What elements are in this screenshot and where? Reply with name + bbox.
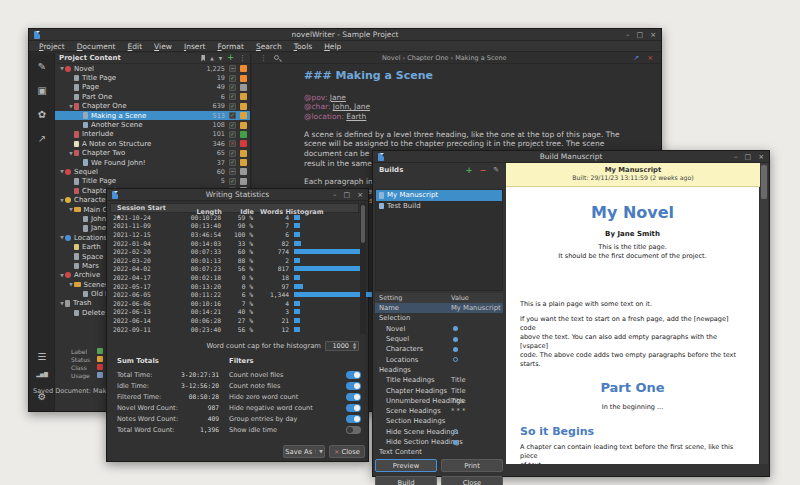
stats-row[interactable]: 2022-04-1700:02:180 %18 xyxy=(110,273,359,282)
edit-build-icon[interactable]: ✎ xyxy=(493,166,499,174)
tree-item-we-found-john[interactable]: We Found John!37✓ xyxy=(55,158,250,167)
grip-dots-icon[interactable]: ⋮ xyxy=(260,54,267,62)
close-icon[interactable]: × xyxy=(650,29,656,41)
maximize-icon[interactable]: □ xyxy=(344,189,351,201)
maximize-icon[interactable]: □ xyxy=(745,151,752,163)
stats-row[interactable]: 2022-06-0500:11:226 %1,344 xyxy=(110,290,359,299)
print-button[interactable]: Print xyxy=(441,459,503,472)
add-build-icon[interactable]: + xyxy=(466,166,473,175)
stats-row[interactable]: 2022-03-2000:01:1388 %2 xyxy=(110,256,359,265)
spinner-arrows-icon[interactable]: ▲▼ xyxy=(351,342,358,350)
tree-item-novel[interactable]: ▼Novel1,225− xyxy=(55,64,250,73)
stats-row[interactable]: 2021-12-1503:46:54100 %6 xyxy=(110,230,359,239)
setting-row-chapter-headings[interactable]: Chapter HeadingsTitle xyxy=(375,385,503,395)
tree-item-sequel[interactable]: ▼Sequel60− xyxy=(55,167,250,176)
stats-titlebar[interactable]: Writing Statistics – □ × xyxy=(107,189,368,201)
minimize-icon[interactable]: – xyxy=(626,29,630,41)
include-checkbox[interactable]: − xyxy=(229,65,236,72)
preview-button[interactable]: Preview xyxy=(375,459,437,472)
include-checkbox[interactable]: ✓ xyxy=(229,75,236,82)
setting-row-locations[interactable]: Locations xyxy=(375,354,503,364)
stats-row[interactable]: 2022-02-2000:07:3360 %774 xyxy=(110,247,359,256)
tree-item-part-one[interactable]: Part One6✓ xyxy=(55,92,250,101)
setting-row-hide-scene-headings[interactable]: Hide Scene Headings xyxy=(375,427,503,437)
novel-view-icon[interactable]: ✿ xyxy=(29,109,55,120)
include-checkbox[interactable]: × xyxy=(229,140,236,147)
remove-build-icon[interactable]: − xyxy=(479,166,486,175)
toggle-show-idle-time[interactable] xyxy=(346,426,361,434)
setting-row-headings[interactable]: Headings xyxy=(375,365,503,375)
setting-row-hide-section-headings[interactable]: Hide Section Headings xyxy=(375,437,503,447)
save-as-button[interactable]: Save As▼ xyxy=(283,445,325,458)
expand-editor-icon[interactable]: ↗ xyxy=(633,53,639,64)
stats-row[interactable]: 2021-11-0900:13:4090 %7 xyxy=(110,222,359,231)
stats-row[interactable]: 2022-06-0600:10:167 %4 xyxy=(110,299,359,308)
setting-row-sequel[interactable]: Sequel xyxy=(375,334,503,344)
tree-item-making-a-scene[interactable]: Making a Scene513✓ xyxy=(55,111,250,120)
menu-project[interactable]: Project xyxy=(33,41,71,52)
menu-search[interactable]: Search xyxy=(250,41,288,52)
include-checkbox[interactable]: ✓ xyxy=(229,93,236,100)
tree-item-page[interactable]: Page49✓ xyxy=(55,83,250,92)
menu-edit[interactable]: Edit xyxy=(122,41,149,52)
setting-row-name[interactable]: NameMy Manuscript xyxy=(375,303,503,313)
toggle-hide-negative-word-count[interactable] xyxy=(346,404,361,412)
stats-row[interactable]: 2022-06-1400:06:2827 %21 xyxy=(110,316,359,325)
menu-format[interactable]: Format xyxy=(211,41,249,52)
toggle-count-novel-files[interactable] xyxy=(346,371,361,379)
outline-view-icon[interactable]: ↗ xyxy=(29,133,55,144)
tree-item-another-scene[interactable]: Another Scene108✓ xyxy=(55,120,250,129)
setting-row-unnumbered-headings[interactable]: Unnumbered HeadingsTitle xyxy=(375,396,503,406)
add-item-icon[interactable]: + xyxy=(227,54,234,62)
setting-row-text-content[interactable]: Text Content xyxy=(375,447,503,457)
setting-row-novel[interactable]: Novel xyxy=(375,324,503,334)
setting-row-scene-headings[interactable]: Scene Headings* * * xyxy=(375,406,503,416)
tree-item-chapter-one[interactable]: ▼Chapter One639✓ xyxy=(55,102,250,111)
main-titlebar[interactable]: novelWriter - Sample Project – □ × xyxy=(29,29,661,41)
tree-item-chapter-two[interactable]: ▼Chapter Two65✓ xyxy=(55,149,250,158)
toggle-count-note-files[interactable] xyxy=(346,382,361,390)
menu-tools[interactable]: Tools xyxy=(288,41,318,52)
stats-scrollbar[interactable] xyxy=(360,203,366,334)
tree-item-a-note-on-structure[interactable]: A Note on Structure346× xyxy=(55,139,250,148)
preview-scrollbar[interactable] xyxy=(760,163,768,464)
setting-row-section-headings[interactable]: Section Headings xyxy=(375,416,503,426)
stats-row[interactable]: 2022-04-0200:07:2356 %817 xyxy=(110,265,359,274)
stats-row[interactable]: 2022-01-0400:14:0333 %82 xyxy=(110,239,359,248)
minimize-icon[interactable]: – xyxy=(734,151,738,163)
sessions-table-header[interactable]: Session Start ▴ Length Idle Words Histog… xyxy=(110,203,359,213)
project-tree-icon[interactable]: ▣ xyxy=(29,85,55,96)
include-checkbox[interactable]: ✓ xyxy=(229,159,236,166)
menu-document[interactable]: Document xyxy=(71,41,122,52)
setting-row-selection[interactable]: Selection xyxy=(375,313,503,323)
search-icon[interactable] xyxy=(274,55,279,60)
toggle-hide-zero-word-count[interactable] xyxy=(346,393,361,401)
include-checkbox[interactable]: ✓ xyxy=(229,131,236,138)
include-checkbox[interactable]: ✓ xyxy=(229,122,236,129)
include-checkbox[interactable]: ✓ xyxy=(229,150,236,157)
include-checkbox[interactable]: ✓ xyxy=(229,84,236,91)
stats-row[interactable]: 2022-05-1700:13:200 %97 xyxy=(110,282,359,291)
stats-icon[interactable]: ▂▅▇ xyxy=(29,371,55,377)
toggle-group-entries-by-day[interactable] xyxy=(346,415,361,423)
build-button[interactable]: Build xyxy=(375,476,437,485)
tree-item-title-page[interactable]: Title Page5✓ xyxy=(55,177,250,186)
edit-document-icon[interactable]: ✎ xyxy=(29,61,55,72)
cap-spinner[interactable]: 1000 ▲▼ xyxy=(325,341,359,351)
stats-row[interactable]: 2022-09-1100:23:4056 %12 xyxy=(110,325,359,334)
minimize-icon[interactable]: – xyxy=(333,189,337,201)
chevron-down-icon[interactable]: ▼ xyxy=(219,56,222,61)
menu-insert[interactable]: Insert xyxy=(178,41,212,52)
close-button[interactable]: ×Close xyxy=(329,445,365,458)
menu-help[interactable]: Help xyxy=(318,41,347,52)
maximize-icon[interactable]: □ xyxy=(637,29,644,41)
include-checkbox[interactable]: ✓ xyxy=(229,112,236,119)
include-checkbox[interactable]: − xyxy=(229,168,236,175)
build-item-test-build[interactable]: Test Build xyxy=(376,201,502,212)
chevron-up-icon[interactable]: ▲ xyxy=(210,56,213,61)
include-checkbox[interactable]: ✓ xyxy=(229,103,236,110)
build-titlebar[interactable]: Build Manuscript – □ × xyxy=(373,151,769,163)
setting-row-characters[interactable]: Characters xyxy=(375,344,503,354)
list-icon[interactable]: ☰ xyxy=(29,351,55,362)
tree-item-title-page[interactable]: Title Page19✓ xyxy=(55,73,250,82)
